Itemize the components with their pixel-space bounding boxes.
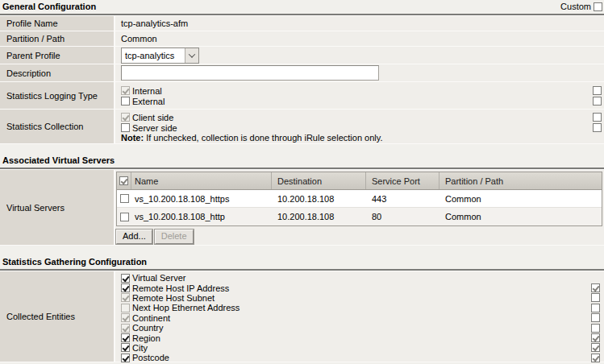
row-virtual-servers: Virtual Servers Name Destination Service…: [0, 170, 604, 246]
vs-service-port: 443: [366, 194, 439, 204]
entity-label: Next Hop Ethernet Address: [132, 303, 240, 312]
table-row: vs_10.200.18.108_https 10.200.18.108 443…: [117, 190, 602, 208]
server-side-checkbox[interactable]: [121, 123, 130, 132]
remote-host-ip-custom-checkbox[interactable]: [591, 283, 600, 292]
remote-host-subnet-custom-checkbox[interactable]: [591, 293, 600, 302]
section-title-virtual-servers: Associated Virtual Servers: [2, 155, 115, 166]
select-dropdown-button[interactable]: [185, 48, 198, 63]
delete-button[interactable]: Delete: [155, 230, 194, 244]
option-server-side: Server side: [121, 122, 604, 133]
external-checkbox[interactable]: [121, 97, 130, 105]
chevron-down-icon: [189, 51, 195, 57]
internal-custom-checkbox[interactable]: [593, 86, 602, 95]
custom-toggle: Custom: [560, 2, 602, 12]
vs-name: vs_10.200.18.108_http: [131, 212, 272, 221]
select-all-checkbox[interactable]: [119, 176, 128, 185]
entity-next-hop-ethernet-address: Next Hop Ethernet Address: [121, 303, 602, 312]
table-header-partition-path: Partition / Path: [439, 172, 602, 189]
parent-profile-select[interactable]: tcp-analytics: [121, 48, 199, 64]
custom-checkbox[interactable]: [594, 2, 602, 11]
entity-label: Remote Host Subnet: [132, 293, 215, 303]
server-side-custom-checkbox[interactable]: [593, 123, 602, 132]
section-header-gathering: Statistics Gathering Configuration: [0, 255, 604, 271]
row-partition-path: Partition / Path Common: [0, 31, 604, 47]
section-header-virtual-servers: Associated Virtual Servers: [0, 154, 604, 169]
virtual-servers-settings: Virtual Servers Name Destination Service…: [0, 169, 604, 246]
entity-label: Region: [132, 333, 160, 343]
client-side-custom-checkbox[interactable]: [593, 113, 602, 122]
section-title-general: General Configuration: [2, 2, 96, 12]
row-select-checkbox[interactable]: [120, 194, 129, 203]
collected-entities-label: Collected Entities: [0, 271, 115, 362]
entity-country: Country: [121, 323, 602, 333]
note-prefix: Note:: [121, 133, 144, 143]
client-side-label: Client side: [132, 113, 173, 122]
country-checkbox[interactable]: [121, 324, 130, 333]
entity-continent: Continent: [121, 313, 602, 323]
row-select-checkbox[interactable]: [120, 213, 129, 221]
description-input[interactable]: [121, 65, 379, 81]
option-external: External: [121, 96, 604, 106]
description-label: Description: [0, 64, 115, 81]
postcode-custom-checkbox[interactable]: [591, 354, 600, 362]
internal-checkbox[interactable]: [121, 86, 130, 95]
postcode-checkbox[interactable]: [121, 354, 130, 362]
section-header-general: General Configuration Custom: [0, 0, 604, 15]
entity-label: Continent: [132, 313, 170, 323]
entity-remote-host-ip-address: Remote Host IP Address: [121, 283, 602, 292]
option-client-side: Client side: [121, 112, 604, 122]
remote-host-ip-checkbox[interactable]: [121, 283, 130, 292]
vs-destination: 10.200.18.108: [272, 194, 366, 204]
row-statistics-logging-type: Statistics Logging Type Internal Externa…: [0, 82, 604, 110]
country-custom-checkbox[interactable]: [591, 324, 600, 333]
external-custom-checkbox[interactable]: [593, 97, 602, 105]
virtual-servers-label: Virtual Servers: [0, 170, 115, 245]
section-title-gathering: Statistics Gathering Configuration: [2, 257, 147, 267]
add-button[interactable]: Add...: [116, 230, 152, 244]
option-internal: Internal: [121, 85, 604, 96]
partition-path-value: Common: [121, 34, 157, 43]
client-side-checkbox[interactable]: [121, 113, 130, 122]
entity-label: City: [132, 343, 148, 353]
table-header-service-port: Service Port: [366, 172, 439, 189]
continent-checkbox[interactable]: [121, 313, 130, 322]
city-checkbox[interactable]: [121, 343, 130, 352]
vs-destination: 10.200.18.108: [272, 212, 366, 221]
table-header-destination: Destination: [272, 172, 366, 189]
next-hop-ethernet-checkbox[interactable]: [121, 304, 130, 312]
statistics-logging-type-label: Statistics Logging Type: [0, 82, 115, 109]
table-row: vs_10.200.18.108_http 10.200.18.108 80 C…: [117, 208, 602, 225]
partition-path-label: Partition / Path: [0, 31, 115, 46]
parent-profile-label: Parent Profile: [0, 47, 115, 64]
entity-city: City: [121, 343, 602, 353]
next-hop-ethernet-custom-checkbox[interactable]: [591, 304, 600, 312]
continent-custom-checkbox[interactable]: [591, 313, 600, 322]
virtual-server-checkbox[interactable]: [121, 274, 130, 283]
row-parent-profile: Parent Profile tcp-analytics: [0, 47, 604, 64]
entity-label: Remote Host IP Address: [132, 283, 229, 293]
vs-service-port: 80: [366, 212, 439, 221]
region-custom-checkbox[interactable]: [591, 333, 600, 342]
table-header-row: Name Destination Service Port Partition …: [117, 172, 602, 190]
city-custom-checkbox[interactable]: [591, 343, 600, 352]
entity-label: Country: [132, 323, 164, 333]
general-settings: Profile Name tcp-analytics-afm Partition…: [0, 15, 604, 144]
profile-name-label: Profile Name: [0, 16, 115, 31]
entity-remote-host-subnet: Remote Host Subnet: [121, 293, 602, 303]
profile-configuration-page: General Configuration Custom Profile Nam…: [0, 0, 604, 364]
entity-virtual-server: Virtual Server: [121, 273, 602, 283]
row-description: Description: [0, 64, 604, 82]
row-profile-name: Profile Name tcp-analytics-afm: [0, 16, 604, 31]
region-checkbox[interactable]: [121, 333, 130, 342]
parent-profile-selected-value: tcp-analytics: [122, 48, 185, 63]
vs-partition-path: Common: [439, 212, 602, 221]
virtual-servers-table: Name Destination Service Port Partition …: [116, 172, 602, 226]
collected-entities-list: Virtual Server Remote Host IP Address Re…: [115, 271, 604, 362]
external-label: External: [132, 97, 165, 106]
remote-host-subnet-checkbox[interactable]: [121, 293, 130, 302]
entity-region: Region: [121, 333, 602, 342]
entity-label: Postcode: [132, 353, 169, 362]
vs-partition-path: Common: [439, 194, 602, 204]
gathering-settings: Collected Entities Virtual Server Remote…: [0, 271, 604, 362]
internal-label: Internal: [132, 86, 162, 96]
